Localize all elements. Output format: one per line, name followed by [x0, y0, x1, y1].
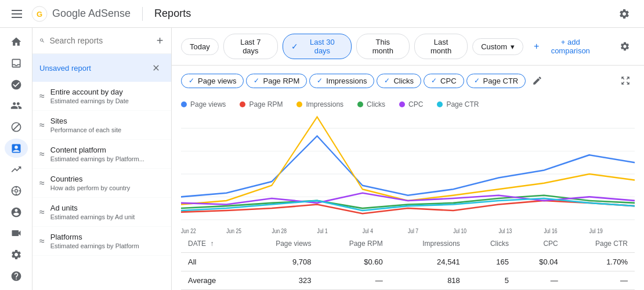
filter-thismonth-button[interactable]: This month — [356, 34, 410, 59]
cell-impressions: 24,541 — [390, 253, 467, 271]
report-item-name: Countries — [50, 175, 148, 183]
report-item-icon-4: ≈ — [39, 207, 45, 217]
sidebar-video-icon[interactable] — [5, 224, 28, 243]
legend-item-pagectr: Page CTR — [437, 100, 479, 108]
metric-label: Page RPM — [263, 77, 299, 85]
legend-label-cpc: CPC — [408, 100, 423, 108]
metric-pill-clicks[interactable]: ✓ Clicks — [377, 74, 421, 88]
logo-area: G Google AdSense — [31, 6, 131, 22]
legend-dot-pagerpm — [240, 102, 245, 107]
legend-dot-pageviews — [181, 102, 187, 107]
filter-custom-button[interactable]: Custom ▾ — [472, 38, 523, 55]
report-item[interactable]: ≈ Platforms Estimated earnings by Platfo… — [32, 227, 171, 256]
col-pageviews[interactable]: Page views — [244, 235, 318, 253]
metric-pill-pagerpm[interactable]: ✓ Page RPM — [246, 74, 307, 88]
sidebar-optimization-icon[interactable] — [5, 182, 28, 201]
sidebar-block-icon[interactable] — [5, 118, 28, 137]
cell-pageviews: 9,708 — [244, 253, 318, 271]
svg-text:Jul 10: Jul 10 — [453, 227, 466, 235]
report-item-sub: How ads perform by country — [50, 184, 148, 191]
metric-label: CPC — [440, 77, 456, 85]
legend-label-impressions: Impressions — [306, 100, 343, 108]
col-clicks[interactable]: Clicks — [467, 235, 516, 253]
report-item[interactable]: ≈ Sites Performance of each site ⋮ — [32, 111, 171, 140]
unsaved-report-label: Unsaved report — [39, 64, 91, 72]
col-cpc[interactable]: CPC — [516, 235, 565, 253]
svg-text:Jul 16: Jul 16 — [544, 227, 558, 235]
unsaved-report-item[interactable]: Unsaved report — [32, 54, 171, 82]
metric-pill-impressions[interactable]: ✓ Impressions — [309, 74, 374, 88]
sidebar-analytics-icon[interactable] — [5, 160, 28, 179]
add-comparison-label: + add comparison — [541, 38, 599, 55]
sidebar-people-icon[interactable] — [5, 96, 28, 115]
filter-bar: Today Last 7 days ✓ Last 30 days This mo… — [172, 28, 644, 66]
report-item-sub: Estimated earnings by Ad unit — [50, 213, 148, 220]
legend-label-clicks: Clicks — [367, 100, 385, 108]
search-input[interactable] — [49, 36, 151, 45]
filter-last7-button[interactable]: Last 7 days — [223, 34, 278, 59]
filter-last30-button[interactable]: ✓ Last 30 days — [283, 34, 352, 59]
legend-dot-pagectr — [437, 102, 443, 107]
sidebar-account-icon[interactable] — [5, 202, 28, 222]
cell-label: All — [181, 253, 244, 271]
svg-text:Jun 22: Jun 22 — [181, 227, 196, 235]
svg-text:Jul 19: Jul 19 — [589, 227, 603, 235]
menu-icon[interactable] — [9, 8, 24, 20]
sidebar-reports-icon[interactable] — [5, 139, 28, 158]
report-item[interactable]: ≈ Content platform Estimated earnings by… — [32, 140, 171, 169]
add-comparison-button[interactable]: + + add comparison — [528, 34, 605, 59]
sidebar-help-icon[interactable] — [5, 266, 28, 285]
legend-label-pagerpm: Page RPM — [249, 100, 283, 108]
legend-item-impressions: Impressions — [296, 100, 343, 108]
cell-clicks: 165 — [467, 253, 516, 271]
sidebar-settings2-icon[interactable] — [5, 245, 28, 264]
legend-dot-clicks — [357, 102, 363, 107]
data-table: DATE ↑ Page views Page RPM Impressions C… — [181, 235, 635, 290]
edit-metrics-button[interactable] — [528, 71, 547, 90]
sidebar-home-icon[interactable] — [5, 32, 28, 52]
report-item[interactable]: ≈ Countries How ads perform by country ⋮ — [32, 169, 171, 198]
svg-text:Jul 4: Jul 4 — [363, 227, 373, 235]
sort-icon: ↑ — [210, 240, 214, 248]
settings-icon[interactable] — [614, 3, 635, 24]
report-item-icon-5: ≈ — [39, 236, 45, 246]
chart-area: ✓ Page views✓ Page RPM✓ Impressions✓ Cli… — [172, 66, 644, 290]
filter-lastmonth-button[interactable]: Last month — [414, 34, 468, 59]
chart-legend: Page viewsPage RPMImpressionsClicksCPCPa… — [181, 96, 635, 113]
svg-text:G: G — [37, 10, 42, 19]
cell-label: Average — [181, 271, 244, 290]
metric-pill-cpc[interactable]: ✓ CPC — [424, 74, 464, 88]
col-date[interactable]: DATE ↑ — [181, 235, 244, 253]
col-impressions[interactable]: Impressions — [390, 235, 467, 253]
cell-pagectr: 1.70% — [565, 253, 635, 271]
add-report-button[interactable]: + — [155, 32, 164, 49]
sidebar-privacy-icon[interactable] — [5, 75, 28, 94]
report-item-sub: Estimated earnings by Platform... — [50, 155, 148, 162]
report-item-name: Sites — [50, 117, 148, 125]
legend-dot-impressions — [296, 102, 302, 107]
col-pagectr[interactable]: Page CTR — [565, 235, 635, 253]
legend-dot-cpc — [399, 102, 405, 107]
metric-check: ✓ — [431, 77, 437, 85]
legend-label-pageviews: Page views — [190, 100, 226, 108]
report-item-name: Entire account by day — [50, 88, 148, 96]
search-bar: + — [32, 28, 171, 54]
report-item[interactable]: ≈ Ad units Estimated earnings by Ad unit… — [32, 198, 171, 227]
metric-pill-pagectr[interactable]: ✓ Page CTR — [466, 74, 526, 88]
metric-pill-pageviews[interactable]: ✓ Page views — [181, 74, 244, 88]
sidebar-inbox-icon[interactable] — [5, 54, 28, 73]
cell-cpc: $0.04 — [516, 253, 565, 271]
col-pagerpm[interactable]: Page RPM — [319, 235, 390, 253]
cell-cpc: — — [516, 271, 565, 290]
report-item-sub: Performance of each site — [50, 126, 148, 133]
filter-today-button[interactable]: Today — [181, 38, 219, 55]
sidebar-icons — [0, 28, 32, 290]
report-item[interactable]: ≈ Entire account by day Estimated earnin… — [32, 82, 171, 111]
cell-pagerpm: — — [319, 271, 390, 290]
filter-settings-button[interactable] — [614, 36, 635, 57]
report-item-icon-2: ≈ — [39, 149, 45, 160]
expand-chart-button[interactable] — [616, 71, 635, 90]
report-item-name: Content platform — [50, 146, 148, 154]
close-unsaved-button[interactable] — [148, 60, 164, 76]
report-item-name: Platforms — [50, 233, 148, 241]
